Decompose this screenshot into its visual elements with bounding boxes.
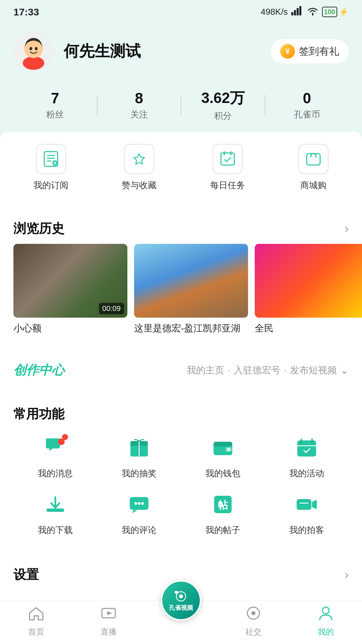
svg-rect-1 [294, 10, 296, 15]
home-label: 首页 [28, 627, 44, 637]
creation-center[interactable]: 创作中心 我的主页 · 入驻德宏号 · 发布短视频 ⌄ [0, 352, 362, 389]
favorites-icon-box [124, 144, 154, 174]
points-label: 积分 [181, 110, 265, 122]
action-shop[interactable]: 商城购 [298, 144, 328, 191]
svg-rect-0 [291, 12, 293, 15]
messages-label: 我的消息 [38, 468, 73, 479]
action-favorites[interactable]: 赞与收藏 [122, 144, 157, 191]
action-tasks[interactable]: 每日任务 [210, 144, 245, 191]
func-downloads[interactable]: 我的下载 [13, 489, 97, 536]
live-label: 直播 [101, 627, 117, 637]
wallet-icon [206, 433, 240, 463]
fans-count: 7 [13, 90, 97, 107]
func-wallet[interactable]: 我的钱包 [181, 433, 265, 479]
subscribe-label: 我的订阅 [34, 179, 68, 191]
browse-history-title: 浏览历史 [13, 220, 64, 237]
shop-label: 商城购 [300, 179, 326, 191]
browse-history-header: 浏览历史 › [0, 210, 362, 244]
svg-rect-39 [297, 499, 311, 510]
checkin-label: 签到有礼 [299, 45, 339, 58]
history-item-0[interactable]: 00:09 小心额 [13, 244, 127, 335]
creation-logo: 创作中心 [13, 362, 64, 379]
svg-rect-16 [221, 153, 234, 165]
browse-history-arrow[interactable]: › [345, 222, 349, 236]
svg-point-5 [23, 56, 44, 70]
svg-text:帖: 帖 [218, 499, 228, 511]
stat-points[interactable]: 3.62万 积分 [181, 88, 265, 122]
bottom-nav: 首页 直播 孔雀视频 社交 [0, 600, 362, 644]
quick-actions: 我的订阅 赞与收藏 每日任务 [0, 132, 362, 203]
history-thumb-0: 00:09 [13, 244, 127, 318]
func-posts[interactable]: 帖 我的帖子 [181, 489, 265, 536]
svg-point-7 [29, 47, 32, 50]
social-icon [245, 606, 261, 624]
center-circle[interactable]: 孔雀视频 [161, 580, 201, 621]
posts-label: 我的帖子 [205, 524, 240, 536]
creation-links: 我的主页 · 入驻德宏号 · 发布短视频 ⌄ [187, 364, 349, 377]
home-icon [28, 606, 44, 624]
stat-fans[interactable]: 7 粉丝 [13, 90, 97, 120]
signal-icon [291, 6, 303, 18]
functions-title: 常用功能 [13, 406, 349, 423]
points-count: 3.62万 [181, 88, 265, 108]
subscribe-icon-box [36, 144, 66, 174]
history-item-1[interactable]: 这里是德宏-盈江凯邦亚湖 [134, 244, 248, 335]
func-lottery[interactable]: 我的抽奖 [97, 433, 181, 479]
fans-label: 粉丝 [13, 109, 97, 120]
lottery-label: 我的抽奖 [122, 468, 157, 479]
following-label: 关注 [98, 109, 181, 120]
creation-link-3[interactable]: 发布短视频 [290, 364, 337, 377]
svg-rect-25 [214, 442, 232, 446]
activities-label: 我的活动 [289, 468, 324, 479]
history-title-2: 全民 [255, 322, 362, 335]
action-subscribe[interactable]: 我的订阅 [34, 144, 68, 191]
creation-link-dot-2: · [284, 365, 287, 376]
coin-icon: ¥ [280, 44, 295, 59]
battery-icon: 100 ⚡ [322, 7, 349, 17]
history-scroll[interactable]: 00:09 小心额 这里是德宏-盈江凯邦亚湖 全民 [0, 244, 362, 345]
func-activities[interactable]: 我的活动 [265, 433, 349, 479]
mine-icon [318, 606, 334, 624]
stat-following[interactable]: 8 关注 [98, 90, 181, 120]
svg-rect-3 [299, 6, 301, 15]
creation-link-2[interactable]: 入驻德宏号 [234, 364, 281, 377]
tasks-label: 每日任务 [210, 179, 245, 191]
downloads-label: 我的下载 [38, 524, 73, 536]
settings-arrow[interactable]: › [345, 568, 349, 582]
history-title-1: 这里是德宏-盈江凯邦亚湖 [134, 322, 248, 335]
mine-label: 我的 [318, 627, 334, 637]
nav-live[interactable]: 直播 [72, 600, 145, 637]
nav-home[interactable]: 首页 [0, 600, 72, 637]
favorites-label: 赞与收藏 [122, 179, 157, 191]
avatar[interactable] [13, 31, 54, 71]
coins-label: 孔雀币 [265, 109, 349, 120]
svg-rect-28 [297, 440, 316, 457]
svg-rect-32 [47, 508, 64, 512]
func-messages[interactable]: 我的消息 [13, 433, 97, 479]
live-icon [101, 606, 117, 624]
profile-section: 何先生测试 ¥ 签到有礼 [0, 21, 362, 85]
creation-link-1[interactable]: 我的主页 [187, 364, 224, 377]
nav-mine[interactable]: 我的 [290, 600, 362, 637]
nav-social[interactable]: 社交 [217, 600, 290, 637]
stat-coins[interactable]: 0 孔雀币 [265, 90, 349, 120]
vlog-label: 我的拍客 [289, 524, 324, 536]
following-count: 8 [98, 90, 181, 107]
social-label: 社交 [245, 627, 261, 637]
posts-icon: 帖 [206, 489, 240, 520]
nav-center[interactable]: 孔雀视频 [145, 580, 217, 631]
history-thumb-1 [134, 244, 248, 318]
comments-label: 我的评论 [122, 524, 157, 536]
svg-point-8 [35, 47, 38, 50]
func-vlog[interactable]: 我的拍客 [265, 489, 349, 536]
checkin-button[interactable]: ¥ 签到有礼 [271, 39, 349, 63]
svg-point-47 [251, 611, 255, 615]
functions-grid: 我的消息 我的抽奖 [13, 433, 349, 536]
func-comments[interactable]: 我的评论 [97, 489, 181, 536]
coins-count: 0 [265, 90, 349, 107]
creation-link-dot-1: · [228, 365, 230, 376]
svg-rect-19 [307, 154, 320, 165]
history-item-2[interactable]: 全民 [255, 244, 362, 335]
svg-point-48 [322, 607, 329, 614]
functions-section: 常用功能 我的消息 [0, 395, 362, 549]
